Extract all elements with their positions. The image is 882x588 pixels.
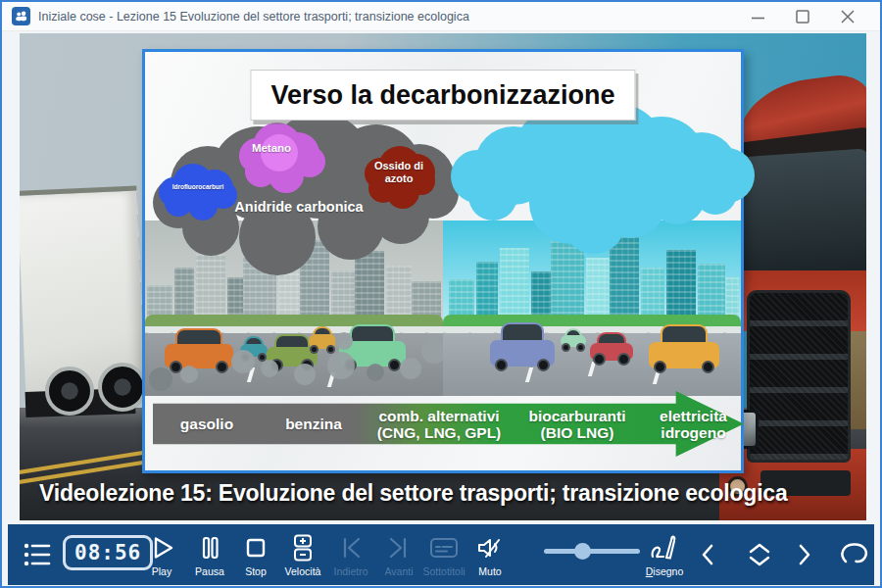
player-toolbar: 08:56 Play Pausa Stop Velocità Indietro … — [8, 524, 874, 585]
car — [490, 322, 555, 369]
return-arrow-icon[interactable] — [837, 539, 872, 572]
close-icon[interactable] — [825, 3, 870, 30]
volume-slider-handle[interactable] — [574, 543, 591, 560]
volume-slider-track[interactable] — [544, 549, 640, 554]
maximize-icon[interactable] — [780, 3, 825, 30]
fuel-stage-labels: gasolio benzina comb. alternativi(CNG, L… — [153, 397, 744, 452]
playlist-icon[interactable] — [22, 539, 53, 574]
window-title: Iniziale cose - Lezione 15 Evoluzione de… — [38, 10, 469, 24]
app-window: Iniziale cose - Lezione 15 Evoluzione de… — [0, 0, 882, 588]
nox-cloud-label: Ossido di azoto — [367, 160, 431, 184]
previous-button[interactable]: Indietro — [323, 533, 378, 577]
fuel-stage: gasolio — [153, 397, 261, 452]
exhaust-smoke — [231, 350, 255, 373]
draw-button[interactable]: Disegno — [637, 533, 692, 577]
co2-cloud-label: Anidride carbonica — [201, 199, 397, 215]
app-people-icon — [12, 7, 30, 25]
city-clean-half — [443, 220, 741, 396]
fuel-stage: biocarburanti(BIO LNG) — [512, 397, 643, 452]
hfc-cloud-label: Idrofluorocarburi — [157, 183, 239, 190]
minimize-icon[interactable] — [735, 3, 780, 30]
slide-title: Verso la decarbonizzazione — [250, 70, 635, 121]
window-controls — [735, 3, 870, 30]
fuel-stage: elettricitàidrogeno — [643, 397, 744, 452]
chevron-up-down-icon[interactable] — [745, 540, 774, 573]
volume-slider[interactable] — [544, 543, 640, 560]
video-area[interactable]: Verso la decarbonizzazione — [20, 33, 866, 520]
car — [590, 332, 633, 364]
play-button[interactable]: Play — [134, 533, 189, 577]
car — [165, 328, 233, 371]
video-caption: Videolezione 15: Evoluzione del settore … — [39, 480, 843, 507]
presentation-slide: Verso la decarbonizzazione — [142, 49, 744, 473]
mute-button[interactable]: Muto — [463, 533, 517, 577]
chevron-left-icon[interactable] — [698, 540, 717, 573]
speed-button[interactable]: Velocità — [275, 533, 330, 577]
city-scene — [145, 220, 741, 396]
fuel-stage: comb. alternativi(CNG, LNG, GPL) — [367, 397, 512, 452]
fuel-stage: benzina — [261, 397, 367, 452]
city-polluted-half — [145, 220, 443, 396]
titlebar: Iniziale cose - Lezione 15 Evoluzione de… — [2, 2, 880, 31]
car — [309, 326, 336, 352]
chevron-right-icon[interactable] — [795, 540, 814, 573]
car — [561, 328, 586, 350]
methane-cloud-label: Metano — [240, 142, 303, 154]
car — [649, 324, 719, 371]
